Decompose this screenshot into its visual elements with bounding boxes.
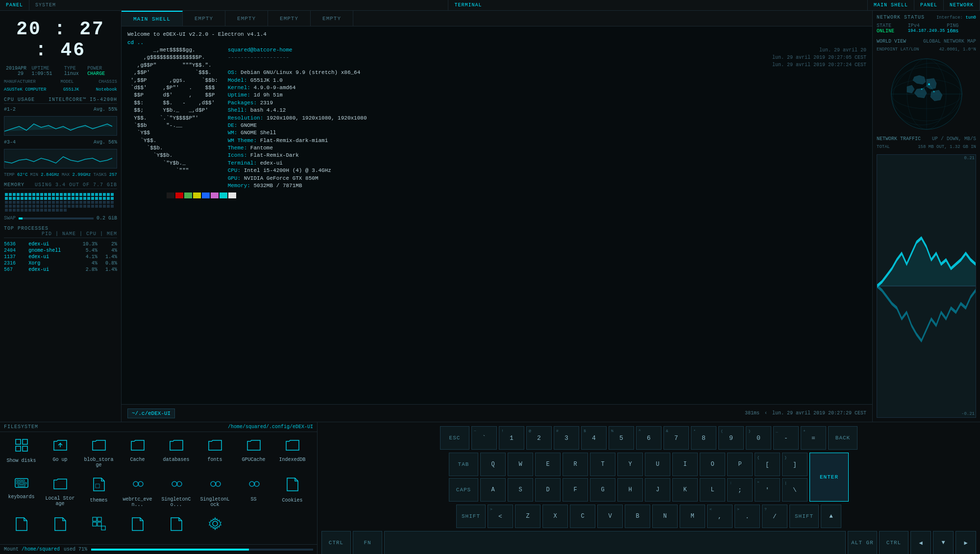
fs-item-show-disks[interactable]: Show disks	[3, 435, 40, 472]
key-up[interactable]: ▲	[821, 505, 841, 528]
space-bar-input[interactable]	[384, 531, 846, 554]
tab-empty-4[interactable]: EMPTY	[311, 11, 353, 26]
key-t[interactable]: T	[590, 453, 615, 476]
key-alt-gr[interactable]: ALT GR	[848, 531, 877, 554]
key-bracket-open[interactable]: {[	[755, 453, 780, 476]
key-b[interactable]: B	[625, 505, 650, 528]
memory-dot	[111, 205, 114, 208]
tab-empty-2[interactable]: EMPTY	[225, 11, 268, 26]
key-enter[interactable]: ENTER	[809, 453, 849, 502]
tab-empty-1[interactable]: EMPTY	[183, 11, 225, 26]
fs-grid[interactable]: Show disks Go up blob_s	[0, 432, 317, 544]
key-u[interactable]: U	[645, 453, 670, 476]
panel-label: PANEL	[0, 0, 29, 10]
key-bracket-close[interactable]: }]	[782, 453, 808, 476]
key-j[interactable]: J	[645, 478, 670, 502]
key-e[interactable]: E	[535, 453, 561, 476]
svg-rect-24	[23, 480, 24, 482]
tab-main-shell[interactable]: MAIN SHELL	[122, 11, 183, 26]
key-c[interactable]: C	[570, 505, 595, 528]
fs-item-cookies[interactable]: Cookies	[274, 474, 311, 511]
key-slash[interactable]: ?/	[762, 505, 787, 528]
fs-item-webrtc[interactable]: webrtc_even...	[119, 474, 156, 511]
key-quote[interactable]: "'	[755, 478, 780, 502]
key-l[interactable]: L	[700, 478, 725, 502]
key-shift-right[interactable]: SHIFT	[789, 505, 819, 528]
key-m[interactable]: M	[680, 505, 705, 528]
key-i[interactable]: I	[672, 453, 698, 476]
system-label: SYSTEM	[29, 0, 448, 10]
terminal-tabs[interactable]: MAIN SHELL EMPTY EMPTY EMPTY EMPTY	[122, 11, 872, 26]
key-4[interactable]: $4	[581, 426, 607, 450]
key-h[interactable]: H	[617, 478, 643, 502]
key-w[interactable]: W	[508, 453, 533, 476]
key-0[interactable]: )0	[746, 426, 771, 450]
key-backslash[interactable]: |\	[782, 478, 808, 502]
fs-item-themes[interactable]: themes	[80, 474, 117, 511]
fs-item-ss[interactable]: SS	[235, 474, 272, 511]
key-left[interactable]: ◀	[910, 531, 931, 554]
key-3[interactable]: #3	[554, 426, 579, 450]
fs-item-singleton-co[interactable]: SingletonCo...	[158, 474, 195, 511]
key-semicolon[interactable]: :;	[727, 478, 753, 502]
key-s[interactable]: S	[508, 478, 533, 502]
key-n[interactable]: N	[652, 505, 678, 528]
fs-item-go-up[interactable]: Go up	[42, 435, 78, 472]
fs-item-blob-storage[interactable]: blob_storage	[80, 435, 117, 472]
fs-item-local-storage[interactable]: Local Storage	[42, 474, 78, 511]
key-lt[interactable]: ><	[488, 505, 513, 528]
fs-item-indexeddb[interactable]: IndexedDB	[274, 435, 311, 472]
key-8[interactable]: *8	[691, 426, 716, 450]
key-q[interactable]: Q	[480, 453, 506, 476]
key-9[interactable]: (9	[718, 426, 744, 450]
key-2[interactable]: @2	[526, 426, 552, 450]
terminal-input[interactable]	[179, 410, 741, 416]
key-6[interactable]: ^6	[636, 426, 662, 450]
key-z[interactable]: Z	[515, 505, 540, 528]
fs-item-file1[interactable]	[3, 513, 40, 541]
fs-item-keyboards[interactable]: keyboards	[3, 474, 40, 511]
key-backspace[interactable]: BACK	[828, 426, 858, 450]
fs-item-singleton-lock[interactable]: SingletonLock	[196, 474, 233, 511]
key-equals[interactable]: +=	[801, 426, 826, 450]
key-7[interactable]: &7	[663, 426, 689, 450]
key-ctrl-left[interactable]: CTRL	[321, 531, 351, 554]
fs-item-grid2[interactable]	[80, 513, 117, 541]
key-k[interactable]: K	[672, 478, 698, 502]
key-f[interactable]: F	[563, 478, 588, 502]
fs-item-file4[interactable]	[158, 513, 195, 541]
fs-item-fonts[interactable]: fonts	[196, 435, 233, 472]
fs-item-databases[interactable]: databases	[158, 435, 195, 472]
key-fn[interactable]: FN	[353, 531, 382, 554]
key-p[interactable]: P	[727, 453, 753, 476]
fs-item-gpucache[interactable]: GPUCache	[235, 435, 272, 472]
key-tilde[interactable]: ~`	[471, 426, 497, 450]
fs-item-gear[interactable]	[196, 513, 233, 541]
key-g[interactable]: G	[590, 478, 615, 502]
key-down[interactable]: ▼	[933, 531, 954, 554]
tab-empty-3[interactable]: EMPTY	[268, 11, 311, 26]
key-o[interactable]: O	[700, 453, 725, 476]
fs-item-file3[interactable]	[119, 513, 156, 541]
endpoint-label: ENDPOINT LAT/LON 42.0001, 1.0°N	[877, 47, 976, 52]
key-1[interactable]: !1	[499, 426, 524, 450]
key-minus[interactable]: _-	[773, 426, 799, 450]
key-d[interactable]: D	[535, 478, 561, 502]
key-r[interactable]: R	[563, 453, 588, 476]
key-tab[interactable]: TAB	[449, 453, 478, 476]
key-period[interactable]: >.	[735, 505, 760, 528]
key-5[interactable]: %5	[609, 426, 634, 450]
fs-item-file2[interactable]	[42, 513, 78, 541]
key-caps[interactable]: CAPS	[449, 478, 478, 502]
key-comma[interactable]: <,	[707, 505, 733, 528]
key-esc[interactable]: ESC	[440, 426, 469, 450]
key-shift-left[interactable]: SHIFT	[456, 505, 486, 528]
key-right[interactable]: ▶	[956, 531, 976, 554]
key-y[interactable]: Y	[617, 453, 643, 476]
key-x[interactable]: X	[542, 505, 568, 528]
key-ctrl-right[interactable]: CTRL	[879, 531, 908, 554]
cpu-chart-2	[4, 149, 117, 169]
fs-item-cache[interactable]: Cache	[119, 435, 156, 472]
key-a[interactable]: A	[480, 478, 506, 502]
key-v[interactable]: V	[597, 505, 623, 528]
